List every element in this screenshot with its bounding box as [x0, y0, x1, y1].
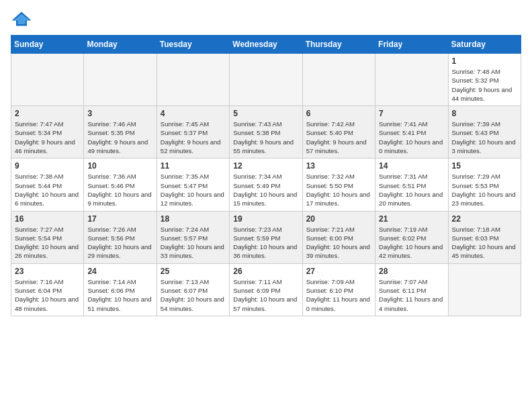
calendar-header-wednesday: Wednesday — [230, 36, 302, 54]
day-info: Sunrise: 7:48 AM Sunset: 5:32 PM Dayligh… — [452, 67, 517, 103]
day-info: Sunrise: 7:09 AM Sunset: 6:10 PM Dayligh… — [306, 277, 371, 313]
calendar-day-cell — [157, 54, 229, 106]
calendar-day-cell — [84, 54, 157, 106]
calendar-day-cell: 21Sunrise: 7:19 AM Sunset: 6:02 PM Dayli… — [375, 211, 448, 263]
day-info: Sunrise: 7:16 AM Sunset: 6:04 PM Dayligh… — [15, 277, 80, 313]
calendar-header-row: SundayMondayTuesdayWednesdayThursdayFrid… — [11, 36, 521, 54]
day-number: 1 — [452, 56, 517, 66]
calendar-day-cell: 24Sunrise: 7:14 AM Sunset: 6:06 PM Dayli… — [84, 263, 157, 316]
day-number: 16 — [15, 214, 80, 224]
day-info: Sunrise: 7:34 AM Sunset: 5:49 PM Dayligh… — [233, 172, 298, 208]
calendar-day-cell: 8Sunrise: 7:39 AM Sunset: 5:43 PM Daylig… — [448, 106, 521, 158]
day-number: 28 — [379, 267, 444, 276]
calendar-day-cell — [230, 54, 302, 106]
day-number: 21 — [379, 214, 444, 224]
calendar-day-cell: 5Sunrise: 7:43 AM Sunset: 5:38 PM Daylig… — [230, 106, 302, 158]
day-number: 15 — [452, 161, 517, 171]
day-info: Sunrise: 7:39 AM Sunset: 5:43 PM Dayligh… — [452, 120, 517, 155]
day-info: Sunrise: 7:29 AM Sunset: 5:53 PM Dayligh… — [452, 172, 517, 208]
calendar-day-cell: 7Sunrise: 7:41 AM Sunset: 5:41 PM Daylig… — [375, 106, 448, 158]
day-info: Sunrise: 7:26 AM Sunset: 5:56 PM Dayligh… — [87, 225, 152, 261]
day-number: 27 — [306, 267, 371, 276]
calendar-day-cell: 22Sunrise: 7:18 AM Sunset: 6:03 PM Dayli… — [448, 211, 521, 263]
calendar-day-cell: 14Sunrise: 7:31 AM Sunset: 5:51 PM Dayli… — [375, 158, 448, 211]
day-info: Sunrise: 7:32 AM Sunset: 5:50 PM Dayligh… — [306, 172, 371, 208]
calendar-day-cell: 3Sunrise: 7:46 AM Sunset: 5:35 PM Daylig… — [84, 106, 157, 158]
day-info: Sunrise: 7:19 AM Sunset: 6:02 PM Dayligh… — [379, 225, 444, 261]
day-info: Sunrise: 7:45 AM Sunset: 5:37 PM Dayligh… — [161, 120, 226, 155]
logo-icon — [11, 11, 32, 27]
calendar-day-cell: 23Sunrise: 7:16 AM Sunset: 6:04 PM Dayli… — [11, 263, 84, 316]
day-number: 18 — [161, 214, 226, 224]
calendar-day-cell: 4Sunrise: 7:45 AM Sunset: 5:37 PM Daylig… — [157, 106, 229, 158]
day-number: 9 — [15, 161, 80, 171]
day-number: 5 — [233, 109, 298, 118]
day-info: Sunrise: 7:13 AM Sunset: 6:07 PM Dayligh… — [161, 277, 226, 313]
day-info: Sunrise: 7:27 AM Sunset: 5:54 PM Dayligh… — [15, 225, 80, 261]
calendar-day-cell — [11, 54, 84, 106]
day-number: 11 — [161, 161, 226, 171]
day-info: Sunrise: 7:46 AM Sunset: 5:35 PM Dayligh… — [87, 120, 152, 155]
calendar-day-cell — [448, 263, 521, 316]
day-number: 6 — [306, 109, 371, 118]
calendar-day-cell: 18Sunrise: 7:24 AM Sunset: 5:57 PM Dayli… — [157, 211, 229, 263]
calendar-day-cell: 28Sunrise: 7:07 AM Sunset: 6:11 PM Dayli… — [375, 263, 448, 316]
calendar-header-thursday: Thursday — [302, 36, 375, 54]
day-info: Sunrise: 7:43 AM Sunset: 5:38 PM Dayligh… — [233, 120, 298, 155]
calendar-week-row: 1Sunrise: 7:48 AM Sunset: 5:32 PM Daylig… — [11, 54, 521, 106]
day-number: 17 — [87, 214, 152, 224]
calendar-header-monday: Monday — [84, 36, 157, 54]
calendar-header-sunday: Sunday — [11, 36, 84, 54]
day-number: 12 — [233, 161, 298, 171]
day-number: 25 — [161, 267, 226, 276]
day-number: 3 — [87, 109, 152, 118]
day-number: 2 — [15, 109, 80, 118]
calendar-day-cell: 17Sunrise: 7:26 AM Sunset: 5:56 PM Dayli… — [84, 211, 157, 263]
day-info: Sunrise: 7:38 AM Sunset: 5:44 PM Dayligh… — [15, 172, 80, 208]
day-number: 4 — [161, 109, 226, 118]
calendar-header-saturday: Saturday — [448, 36, 521, 54]
day-info: Sunrise: 7:24 AM Sunset: 5:57 PM Dayligh… — [161, 225, 226, 261]
calendar-day-cell: 19Sunrise: 7:23 AM Sunset: 5:59 PM Dayli… — [230, 211, 302, 263]
day-info: Sunrise: 7:11 AM Sunset: 6:09 PM Dayligh… — [233, 277, 298, 313]
calendar-day-cell: 9Sunrise: 7:38 AM Sunset: 5:44 PM Daylig… — [11, 158, 84, 211]
calendar-week-row: 23Sunrise: 7:16 AM Sunset: 6:04 PM Dayli… — [11, 263, 521, 316]
day-number: 19 — [233, 214, 298, 224]
calendar-day-cell: 27Sunrise: 7:09 AM Sunset: 6:10 PM Dayli… — [302, 263, 375, 316]
day-info: Sunrise: 7:47 AM Sunset: 5:34 PM Dayligh… — [15, 120, 80, 155]
day-number: 20 — [306, 214, 371, 224]
day-info: Sunrise: 7:35 AM Sunset: 5:47 PM Dayligh… — [161, 172, 226, 208]
calendar-day-cell: 2Sunrise: 7:47 AM Sunset: 5:34 PM Daylig… — [11, 106, 84, 158]
calendar-day-cell: 26Sunrise: 7:11 AM Sunset: 6:09 PM Dayli… — [230, 263, 302, 316]
day-number: 13 — [306, 161, 371, 171]
calendar-day-cell: 20Sunrise: 7:21 AM Sunset: 6:00 PM Dayli… — [302, 211, 375, 263]
day-number: 10 — [87, 161, 152, 171]
calendar-week-row: 9Sunrise: 7:38 AM Sunset: 5:44 PM Daylig… — [11, 158, 521, 211]
calendar-day-cell — [302, 54, 375, 106]
calendar-day-cell: 6Sunrise: 7:42 AM Sunset: 5:40 PM Daylig… — [302, 106, 375, 158]
day-number: 7 — [379, 109, 444, 118]
calendar-header-friday: Friday — [375, 36, 448, 54]
day-info: Sunrise: 7:21 AM Sunset: 6:00 PM Dayligh… — [306, 225, 371, 261]
calendar-day-cell: 10Sunrise: 7:36 AM Sunset: 5:46 PM Dayli… — [84, 158, 157, 211]
calendar-day-cell: 11Sunrise: 7:35 AM Sunset: 5:47 PM Dayli… — [157, 158, 229, 211]
day-info: Sunrise: 7:18 AM Sunset: 6:03 PM Dayligh… — [452, 225, 517, 261]
calendar-day-cell: 12Sunrise: 7:34 AM Sunset: 5:49 PM Dayli… — [230, 158, 302, 211]
calendar-day-cell: 1Sunrise: 7:48 AM Sunset: 5:32 PM Daylig… — [448, 54, 521, 106]
calendar-header-tuesday: Tuesday — [157, 36, 229, 54]
day-info: Sunrise: 7:41 AM Sunset: 5:41 PM Dayligh… — [379, 120, 444, 155]
day-number: 26 — [233, 267, 298, 276]
svg-marker-1 — [13, 14, 30, 24]
calendar-day-cell: 16Sunrise: 7:27 AM Sunset: 5:54 PM Dayli… — [11, 211, 84, 263]
day-info: Sunrise: 7:14 AM Sunset: 6:06 PM Dayligh… — [87, 277, 152, 313]
day-number: 8 — [452, 109, 517, 118]
calendar-day-cell: 25Sunrise: 7:13 AM Sunset: 6:07 PM Dayli… — [157, 263, 229, 316]
day-info: Sunrise: 7:42 AM Sunset: 5:40 PM Dayligh… — [306, 120, 371, 155]
day-number: 14 — [379, 161, 444, 171]
logo — [11, 11, 35, 27]
calendar-table: SundayMondayTuesdayWednesdayThursdayFrid… — [11, 35, 521, 316]
day-number: 23 — [15, 267, 80, 276]
day-info: Sunrise: 7:31 AM Sunset: 5:51 PM Dayligh… — [379, 172, 444, 208]
calendar-week-row: 2Sunrise: 7:47 AM Sunset: 5:34 PM Daylig… — [11, 106, 521, 158]
calendar-week-row: 16Sunrise: 7:27 AM Sunset: 5:54 PM Dayli… — [11, 211, 521, 263]
